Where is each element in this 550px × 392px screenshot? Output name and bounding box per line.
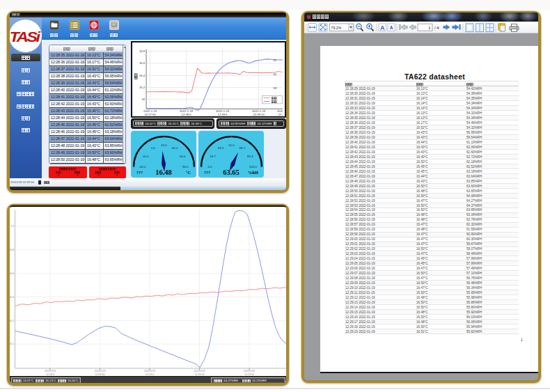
svg-text:100.0: 100.0 — [249, 165, 257, 168]
svg-text:12:28:5: 12:28:5 — [218, 113, 228, 116]
svg-text:12:28:0: 12:28:0 — [182, 113, 192, 116]
svg-text:°C: °C — [186, 171, 191, 175]
svg-text:A: A — [390, 25, 393, 30]
svg-text:16.8: 16.8 — [10, 249, 14, 251]
svg-text:2022/1/19: 2022/1/19 — [194, 370, 205, 373]
svg-text:A: A — [380, 24, 385, 31]
svg-text:33.3: 33.3 — [218, 146, 224, 150]
svg-text:16.4: 16.4 — [10, 296, 14, 299]
svg-text:16.6: 16.6 — [10, 272, 14, 275]
svg-text:12:28:15: 12:28:15 — [278, 113, 282, 116]
svg-text:60: 60 — [274, 72, 277, 76]
svg-text:63.65: 63.65 — [223, 168, 239, 176]
svg-text:66.7: 66.7 — [239, 146, 246, 150]
svg-text:%RH: %RH — [248, 171, 258, 175]
svg-text:16.8: 16.8 — [139, 49, 146, 53]
svg-text:80.0: 80.0 — [182, 165, 189, 168]
svg-text:60.0: 60.0 — [180, 155, 186, 158]
svg-text:12:28:10: 12:28:10 — [253, 113, 265, 116]
svg-text:17: 17 — [11, 225, 14, 228]
svg-text:20.0: 20.0 — [161, 143, 167, 147]
svg-text:16.48: 16.48 — [155, 168, 172, 176]
svg-text:/ 4: / 4 — [434, 26, 439, 30]
svg-text:83.3: 83.3 — [247, 155, 253, 158]
svg-text:50.0: 50.0 — [228, 143, 235, 147]
svg-text:79.2%: 79.2% — [331, 26, 342, 30]
svg-text:58: 58 — [274, 86, 277, 90]
svg-text:2022/1/19: 2022/1/19 — [244, 370, 255, 373]
svg-text:2022/1/19: 2022/1/19 — [95, 370, 106, 373]
svg-text:16.2: 16.2 — [139, 86, 146, 89]
svg-text:2022/1/19: 2022/1/19 — [45, 370, 56, 373]
svg-text:12:27:55: 12:27:55 — [144, 113, 156, 116]
svg-text:-20.0: -20.0 — [142, 155, 149, 158]
svg-text:???: ??? — [204, 171, 210, 175]
svg-text:40.0: 40.0 — [172, 146, 178, 150]
svg-text:62: 62 — [274, 58, 277, 62]
svg-text:0.0: 0.0 — [208, 165, 213, 168]
svg-text:2022/1/19: 2022/1/19 — [144, 370, 155, 373]
svg-text:16.2: 16.2 — [10, 320, 14, 322]
svg-text:16.4: 16.4 — [139, 74, 146, 77]
svg-text:16.6: 16.6 — [139, 61, 146, 65]
svg-text:16.7: 16.7 — [210, 155, 217, 158]
svg-text:-40.0: -40.0 — [139, 165, 146, 168]
svg-text:16.1: 16.1 — [10, 343, 14, 345]
svg-text:???: ??? — [136, 171, 143, 175]
svg-text:16: 16 — [141, 97, 145, 101]
svg-text:0.0: 0.0 — [151, 146, 156, 150]
